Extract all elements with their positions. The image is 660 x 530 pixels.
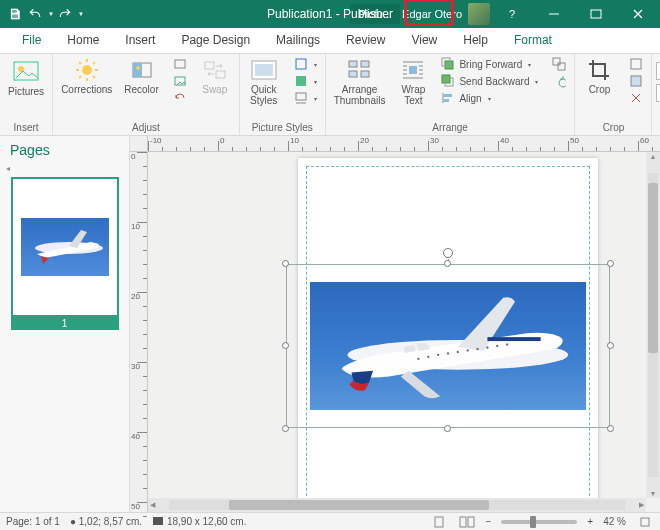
scrollbar-horizontal[interactable]: ◀ ▶ (148, 498, 646, 512)
user-account[interactable]: Edgar Otero (402, 3, 490, 25)
align-button[interactable]: Align▾ (437, 90, 542, 106)
group-crop: Crop Crop (575, 54, 652, 135)
zoom-slider[interactable] (501, 520, 577, 524)
scrollbar-h-thumb[interactable] (229, 500, 489, 510)
zoom-slider-thumb[interactable] (530, 516, 536, 528)
scroll-up-icon[interactable]: ▲ (649, 152, 658, 161)
save-icon[interactable] (6, 5, 24, 23)
bring-forward-button[interactable]: Bring Forward▾ (437, 56, 542, 72)
tab-file[interactable]: File (10, 28, 53, 53)
tab-view[interactable]: View (399, 28, 449, 53)
svg-rect-52 (487, 337, 540, 341)
undo-dropdown-icon[interactable]: ▼ (48, 11, 54, 17)
wrap-text-button[interactable]: Wrap Text (393, 56, 433, 108)
svg-rect-22 (296, 59, 306, 69)
caption-button[interactable]: ▾ (290, 90, 321, 106)
thumbnail-image (21, 218, 109, 276)
scrollbar-vertical[interactable]: ▲ ▼ (646, 152, 660, 498)
viewport[interactable] (148, 152, 646, 498)
handle-s[interactable] (444, 425, 451, 432)
scroll-right-icon[interactable]: ▶ (637, 501, 646, 509)
pages-title: Pages (0, 136, 129, 164)
document-page[interactable] (298, 158, 598, 498)
tab-format[interactable]: Format (502, 28, 564, 53)
svg-line-12 (93, 62, 95, 64)
minimize-button[interactable] (534, 0, 574, 28)
zoom-out-button[interactable]: − (486, 516, 492, 527)
svg-rect-19 (216, 71, 225, 78)
scroll-down-icon[interactable]: ▼ (649, 489, 658, 498)
view-spread-icon[interactable] (458, 513, 476, 531)
send-backward-button[interactable]: Send Backward▾ (437, 73, 542, 89)
fill-button[interactable] (625, 73, 647, 89)
tab-review[interactable]: Review (334, 28, 397, 53)
arrange-thumbnails-button[interactable]: Arrange Thumbnails (330, 56, 390, 108)
caption-icon (294, 91, 308, 105)
change-picture-button[interactable] (169, 73, 191, 89)
selected-picture[interactable] (286, 264, 610, 428)
reset-picture-button[interactable] (169, 90, 191, 106)
fit-button[interactable] (625, 56, 647, 72)
tab-page-design[interactable]: Page Design (169, 28, 262, 53)
help-button[interactable]: ? (492, 0, 532, 28)
handle-w[interactable] (282, 342, 289, 349)
rotate-button[interactable] (548, 73, 570, 89)
height-input[interactable]: ▲▼ (656, 62, 660, 80)
clear-crop-button[interactable] (625, 90, 647, 106)
svg-point-57 (457, 351, 459, 353)
handle-e[interactable] (607, 342, 614, 349)
quick-styles-icon (250, 58, 278, 82)
tab-mailings[interactable]: Mailings (264, 28, 332, 53)
tab-insert[interactable]: Insert (113, 28, 167, 53)
redo-icon[interactable] (56, 5, 74, 23)
page-thumbnail[interactable]: 1 (11, 177, 119, 330)
handle-nw[interactable] (282, 260, 289, 267)
tab-home[interactable]: Home (55, 28, 111, 53)
svg-rect-30 (409, 66, 417, 74)
quick-styles-button[interactable]: Quick Styles (244, 56, 284, 108)
svg-rect-26 (349, 61, 357, 67)
view-single-icon[interactable] (430, 513, 448, 531)
close-button[interactable] (618, 0, 658, 28)
svg-rect-67 (641, 518, 649, 526)
picture-effects-button[interactable]: ▾ (290, 73, 321, 89)
svg-rect-27 (361, 61, 369, 67)
qat-customize-icon[interactable]: ▼ (78, 11, 84, 17)
picture-border-button[interactable]: ▾ (290, 56, 321, 72)
compress-icon (173, 57, 187, 71)
reset-icon (173, 91, 187, 105)
swap-icon (203, 58, 227, 82)
svg-rect-48 (631, 59, 641, 69)
pictures-button[interactable]: Pictures (4, 56, 48, 99)
scroll-left-icon[interactable]: ◀ (148, 501, 157, 509)
corrections-button[interactable]: Corrections (57, 56, 116, 97)
handle-ne[interactable] (607, 260, 614, 267)
collapse-icon[interactable]: ◂ (0, 164, 129, 173)
ruler-vertical[interactable]: 01020304050 (130, 152, 148, 512)
maximize-button[interactable] (576, 0, 616, 28)
thumbnail-page-number: 1 (11, 317, 119, 330)
group-button[interactable] (548, 56, 570, 72)
handle-n[interactable] (444, 260, 451, 267)
width-input[interactable]: ▲▼ (656, 84, 660, 102)
fullscreen-icon[interactable] (636, 513, 654, 531)
tab-help[interactable]: Help (451, 28, 500, 53)
effects-icon (294, 74, 308, 88)
handle-se[interactable] (607, 425, 614, 432)
scrollbar-v-thumb[interactable] (648, 183, 658, 353)
zoom-value[interactable]: 42 % (603, 516, 626, 527)
svg-point-4 (82, 65, 92, 75)
undo-icon[interactable] (26, 5, 44, 23)
svg-point-62 (506, 343, 508, 345)
zoom-in-button[interactable]: + (587, 516, 593, 527)
ruler-horizontal[interactable]: -100102030405060 (148, 136, 660, 152)
crop-button[interactable]: Crop (579, 56, 619, 97)
handle-sw[interactable] (282, 425, 289, 432)
recolor-button[interactable]: Recolor (120, 56, 162, 97)
svg-point-53 (417, 358, 419, 360)
compress-button[interactable] (169, 56, 191, 72)
status-page[interactable]: Page: 1 of 1 (6, 516, 60, 527)
rotation-handle[interactable] (443, 248, 453, 258)
thumbnails-icon (347, 58, 373, 82)
contextual-tab-label: Pictu... (350, 4, 400, 24)
